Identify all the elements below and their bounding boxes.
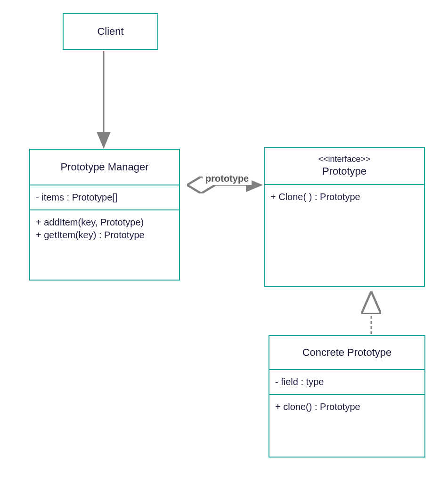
attributes-section: - field : type [269,370,424,395]
operation-row: + addItem(key, Prototype) [36,217,173,228]
attribute-row: - field : type [275,377,419,387]
class-concrete-prototype: Concrete Prototype - field : type + clon… [269,335,425,458]
class-title: Client [64,14,157,49]
class-title: Prototype Manager [30,150,179,185]
attribute-row: - items : Prototype[] [36,192,173,203]
attributes-section: - items : Prototype[] [30,185,179,210]
class-title: Concrete Prototype [269,336,424,370]
class-name: Prototype [322,165,367,177]
association-label: prototype [203,172,252,185]
operations-section: + clone() : Prototype [269,395,424,451]
class-title: <<interface>> Prototype [265,148,424,185]
class-prototype-interface: <<interface>> Prototype + Clone( ) : Pro… [264,147,425,287]
class-prototype-manager: Prototype Manager - items : Prototype[] … [29,149,180,281]
operation-row: + getItem(key) : Prototype [36,230,173,241]
class-client: Client [63,13,158,50]
operation-row: + Clone( ) : Prototype [270,192,418,202]
operations-section: + addItem(key, Prototype) + getItem(key)… [30,210,179,276]
stereotype-label: <<interface>> [269,154,420,164]
operation-row: + clone() : Prototype [275,402,419,412]
operations-section: + Clone( ) : Prototype [265,185,424,284]
